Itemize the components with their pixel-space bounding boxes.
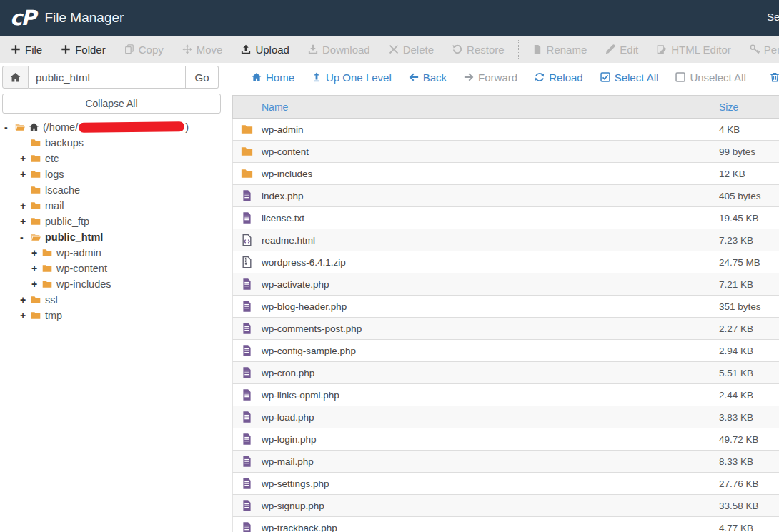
file-row-wp-load-php[interactable]: wp-load.php3.83 KB <box>232 406 779 428</box>
tree-item-wp-content[interactable]: +wp-content <box>0 261 227 276</box>
forward-icon <box>464 72 474 82</box>
file-row-wp-login-php[interactable]: wp-login.php49.72 KB <box>232 428 779 451</box>
file-row-wp-activate-php[interactable]: wp-activate.php7.21 KB <box>232 273 779 296</box>
file-row-wp-includes[interactable]: wp-includes12 KB <box>232 163 779 185</box>
file-row-readme-html[interactable]: readme.html7.23 KB <box>232 229 779 251</box>
tree-label: public_html <box>45 231 103 243</box>
toolbar-move[interactable]: Move <box>173 36 232 63</box>
tree-item-wp-includes[interactable]: +wp-includes <box>0 276 227 292</box>
collapse-icon[interactable]: - <box>20 231 30 243</box>
reload-icon <box>535 72 545 82</box>
move-icon <box>182 44 192 54</box>
expand-icon[interactable]: + <box>31 278 41 290</box>
nav-select-all[interactable]: Select All <box>592 71 668 84</box>
tree-item-lscache[interactable]: lscache <box>0 182 227 198</box>
nav-view-tr[interactable]: View Tr <box>761 71 779 84</box>
file-row-wp-content[interactable]: wp-content99 bytes <box>232 141 779 163</box>
expand-icon[interactable]: + <box>20 200 30 211</box>
nav-back[interactable]: Back <box>400 71 455 84</box>
file-row-wp-links-opml-php[interactable]: wp-links-opml.php2.44 KB <box>232 384 779 406</box>
toolbar-folder[interactable]: Folder <box>51 36 115 63</box>
doc-icon <box>241 455 253 468</box>
expand-icon[interactable]: + <box>20 294 30 306</box>
file-rows: wp-admin4 KBwp-content99 byteswp-include… <box>232 119 779 532</box>
file-row-license-txt[interactable]: license.txt19.45 KB <box>232 207 779 229</box>
file-size: 7.23 KB <box>719 235 753 246</box>
column-name[interactable]: Name <box>262 101 288 113</box>
file-size: 33.58 KB <box>719 501 759 511</box>
collapse-icon[interactable]: - <box>4 121 14 133</box>
file-size: 8.33 KB <box>719 456 753 467</box>
toolbar-label: HTML Editor <box>671 44 731 56</box>
nav-forward[interactable]: Forward <box>455 71 526 84</box>
file-name: index.php <box>262 191 304 201</box>
file-row-wordpress-6-4-1-zip[interactable]: wordpress-6.4.1.zip24.75 MB <box>232 251 779 273</box>
file-size: 49.72 KB <box>719 434 759 445</box>
tree-item-public-ftp[interactable]: +public_ftp <box>0 214 227 229</box>
tree-item-tmp[interactable]: +tmp <box>0 308 227 323</box>
nav-home[interactable]: Home <box>243 71 303 84</box>
header-search-text[interactable]: Se <box>767 11 779 23</box>
doc-icon <box>241 278 253 291</box>
tree-item-mail[interactable]: +mail <box>0 198 227 214</box>
view-trash-icon <box>770 72 779 82</box>
tree-item-backups[interactable]: backups <box>0 135 227 151</box>
path-input[interactable] <box>29 66 186 89</box>
file-size: 2.94 KB <box>719 346 753 356</box>
file-name: wp-load.php <box>262 412 314 423</box>
unselect-all-icon <box>675 72 685 82</box>
tree-item-wp-admin[interactable]: +wp-admin <box>0 245 227 261</box>
html-editor-icon <box>657 44 667 54</box>
expand-icon[interactable]: + <box>20 310 30 321</box>
expand-icon[interactable]: + <box>20 216 30 227</box>
toolbar-file[interactable]: File <box>1 36 51 63</box>
tree-item-ssl[interactable]: +ssl <box>0 292 227 308</box>
expand-icon[interactable]: + <box>20 169 30 180</box>
tree-item-logs[interactable]: +logs <box>0 166 227 182</box>
toolbar-delete[interactable]: Delete <box>379 36 443 63</box>
toolbar-copy[interactable]: Copy <box>115 36 173 63</box>
toolbar-label: Permissions <box>764 44 779 56</box>
go-button[interactable]: Go <box>186 66 219 89</box>
file-row-wp-config-sample-php[interactable]: wp-config-sample.php2.94 KB <box>232 340 779 362</box>
file-row-wp-trackback-php[interactable]: wp-trackback.php4.77 KB <box>232 517 779 532</box>
toolbar-label: Download <box>322 44 370 56</box>
nav-reload[interactable]: Reload <box>526 71 592 84</box>
nav-label: Forward <box>478 71 517 84</box>
path-home-button[interactable] <box>2 66 29 89</box>
tree-item-etc[interactable]: +etc <box>0 151 227 166</box>
toolbar-restore[interactable]: Restore <box>443 36 514 63</box>
toolbar-rename[interactable]: Rename <box>523 36 597 63</box>
toolbar-label: Rename <box>547 44 587 56</box>
toolbar-html-editor[interactable]: HTML Editor <box>647 36 740 63</box>
file-row-index-php[interactable]: index.php405 bytes <box>232 185 779 207</box>
nav-up-one-level[interactable]: Up One Level <box>303 71 400 84</box>
file-size: 19.45 KB <box>719 213 759 224</box>
tree-item-home-root[interactable]: -(/home/) <box>0 119 227 135</box>
file-row-wp-comments-post-php[interactable]: wp-comments-post.php2.27 KB <box>232 318 779 340</box>
file-row-wp-cron-php[interactable]: wp-cron.php5.51 KB <box>232 362 779 384</box>
toolbar-download[interactable]: Download <box>299 36 379 63</box>
file-size: 27.76 KB <box>719 478 759 489</box>
toolbar-permissions[interactable]: Permissions <box>740 36 779 63</box>
expand-icon[interactable]: + <box>20 153 30 164</box>
tree-label: wp-content <box>56 263 107 274</box>
file-row-wp-signup-php[interactable]: wp-signup.php33.58 KB <box>232 495 779 517</box>
nav-links: HomeUp One LevelBackForwardReloadSelect … <box>243 63 779 91</box>
collapse-all-button[interactable]: Collapse All <box>2 94 221 114</box>
file-row-wp-admin[interactable]: wp-admin4 KB <box>232 119 779 141</box>
expand-icon[interactable]: + <box>31 263 41 274</box>
tree-item-public-html[interactable]: -public_html <box>0 229 227 245</box>
html-icon <box>241 234 253 246</box>
file-row-wp-mail-php[interactable]: wp-mail.php8.33 KB <box>232 451 779 473</box>
nav-unselect-all[interactable]: Unselect All <box>667 71 754 84</box>
file-name: wp-login.php <box>262 434 317 445</box>
file-row-wp-blog-header-php[interactable]: wp-blog-header.php351 bytes <box>232 296 779 318</box>
expand-icon[interactable]: + <box>31 247 41 259</box>
redacted-username <box>79 121 184 133</box>
column-size[interactable]: Size <box>719 101 738 113</box>
toolbar-edit[interactable]: Edit <box>596 36 647 63</box>
file-row-wp-settings-php[interactable]: wp-settings.php27.76 KB <box>232 473 779 495</box>
toolbar-upload[interactable]: Upload <box>232 36 299 63</box>
toolbar-label: Restore <box>467 44 505 56</box>
